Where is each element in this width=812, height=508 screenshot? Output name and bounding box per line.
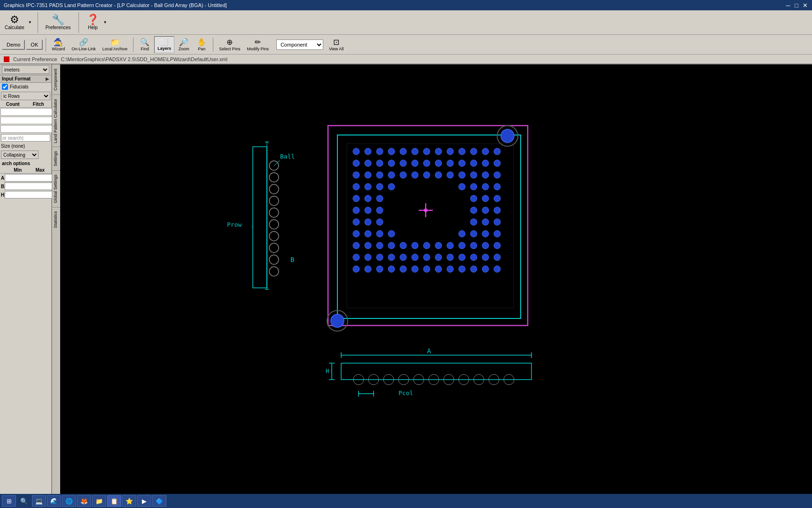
toolbar-row1: ⚙ Calculate ▼ 🔧 Preferences ❓ Help ▼ — [0, 10, 812, 35]
pitch-header: Fitch — [26, 102, 52, 107]
tab-land-pattern[interactable]: Land Pattern Calculator — [52, 95, 60, 147]
calculate-button[interactable]: ⚙ Calculate — [2, 11, 27, 34]
titlebar-controls[interactable]: ─ □ ✕ — [785, 2, 808, 8]
view-all-button[interactable]: ⊡ View All — [326, 36, 346, 53]
svg-point-104 — [459, 242, 465, 249]
minimize-btn[interactable]: ─ — [785, 2, 791, 8]
taskbar-icon-6: 📋 — [110, 498, 118, 505]
collapsing-row: Collapsing Non-Collapsing — [0, 150, 51, 160]
demo-button[interactable]: Demo — [2, 40, 25, 50]
modify-pins-button[interactable]: ✏ Modify Pins — [244, 36, 272, 53]
svg-point-107 — [494, 242, 500, 249]
svg-point-86 — [494, 219, 500, 225]
svg-point-81 — [353, 219, 359, 225]
help-button[interactable]: ❓ Help — [84, 11, 102, 34]
wizard-icon: 🧙 — [54, 38, 63, 47]
taskbar-start-btn[interactable]: ⊞ — [2, 495, 16, 507]
fiducials-checkbox[interactable] — [2, 84, 8, 90]
svg-point-127 — [423, 266, 430, 272]
data-row-2 — [0, 116, 51, 125]
tab-statistics[interactable]: Statistics — [52, 207, 60, 232]
taskbar-btn-3[interactable]: 🌐 — [62, 495, 76, 507]
zoom-button[interactable]: 🔎 Zoom — [175, 36, 192, 53]
preferences-icon: 🔧 — [52, 15, 64, 25]
help-dropdown-arrow[interactable]: ▼ — [102, 11, 108, 34]
select-pins-button[interactable]: ⊕ Select Pins — [216, 36, 243, 53]
svg-point-43 — [482, 160, 489, 167]
svg-point-101 — [423, 242, 430, 249]
tab-global-settings[interactable]: Global Settings — [52, 170, 60, 207]
taskbar-icon-9: 🔷 — [156, 498, 163, 505]
svg-point-95 — [353, 242, 359, 249]
find-button[interactable]: 🔍 Find — [136, 36, 153, 53]
taskbar-search-btn[interactable]: 🔍 — [17, 495, 31, 507]
svg-point-87 — [353, 230, 359, 237]
online-link-icon: 🔗 — [79, 38, 88, 47]
svg-point-90 — [388, 230, 395, 237]
preferences-button[interactable]: 🔧 Preferences — [43, 11, 74, 34]
taskbar-btn-9[interactable]: 🔷 — [152, 495, 166, 507]
taskbar-btn-7[interactable]: ⭐ — [122, 495, 136, 507]
svg-point-69 — [470, 195, 477, 202]
component-dropdown-container: Component Assembly Courtyard — [276, 40, 323, 50]
svg-point-100 — [412, 242, 418, 249]
taskbar-btn-4[interactable]: 🦊 — [77, 495, 91, 507]
ok-button[interactable]: OK — [26, 40, 43, 50]
svg-point-60 — [376, 183, 383, 190]
count-header: Count — [0, 102, 26, 107]
main-layout: imeters Millimeters Inches Input Format … — [0, 64, 812, 494]
min-max-row-b: B — [0, 182, 51, 190]
tab-component[interactable]: Component — [52, 64, 60, 95]
component-dropdown[interactable]: Component Assembly Courtyard — [276, 40, 323, 50]
svg-point-72 — [353, 207, 359, 214]
collapsing-dropdown[interactable]: Collapsing Non-Collapsing — [1, 151, 39, 159]
svg-point-84 — [470, 219, 477, 225]
calculate-dropdown-arrow[interactable]: ▼ — [27, 11, 33, 34]
taskbar-btn-8[interactable]: ▶ — [137, 495, 151, 507]
pathbar-red-indicator — [4, 56, 9, 62]
fiducials-label: Fiducials — [10, 84, 28, 89]
layers-button[interactable]: ⬜ Layers — [154, 36, 174, 53]
svg-point-74 — [376, 207, 383, 214]
search-options-label: arch options — [0, 160, 51, 167]
maximize-btn[interactable]: □ — [793, 2, 800, 8]
input-format-expand[interactable]: ▶ — [46, 76, 49, 81]
svg-point-80 — [494, 207, 500, 214]
wizard-button[interactable]: 🧙 Wizard — [49, 36, 68, 53]
search-input[interactable] — [1, 134, 50, 142]
local-archive-icon: 📁 — [110, 38, 120, 47]
svg-point-115 — [435, 254, 442, 261]
svg-point-58 — [353, 183, 359, 190]
units-dropdown[interactable]: imeters Millimeters Inches — [2, 65, 49, 74]
svg-point-123 — [376, 266, 383, 272]
svg-point-125 — [400, 266, 406, 272]
size-row: Size (none) — [0, 143, 51, 150]
svg-point-64 — [482, 183, 489, 190]
vertical-tabs: Component Land Pattern Calculator Settin… — [52, 64, 60, 494]
max-header: Max — [29, 167, 52, 173]
svg-point-42 — [470, 160, 477, 167]
layers-icon: ⬜ — [160, 39, 168, 46]
svg-point-121 — [353, 266, 359, 272]
svg-point-131 — [470, 266, 477, 272]
taskbar-btn-5[interactable]: 📁 — [92, 495, 106, 507]
sep3 — [46, 38, 46, 52]
svg-point-122 — [365, 266, 371, 272]
taskbar-icon-5: 📁 — [95, 498, 103, 505]
toolbar-row2: Demo OK 🧙 Wizard 🔗 On-Line-Link 📁 Local … — [0, 35, 812, 55]
close-btn[interactable]: ✕ — [802, 2, 808, 8]
taskbar-btn-2[interactable]: 🌊 — [47, 495, 61, 507]
taskbar-btn-1[interactable]: 💻 — [32, 495, 46, 507]
local-archive-button[interactable]: 📁 Local Archive — [100, 36, 131, 53]
ic-rows-dropdown[interactable]: ic Rows — [1, 92, 50, 100]
modify-pins-icon: ✏ — [255, 38, 261, 47]
row-a-label: A — [1, 175, 4, 181]
canvas-area: Ball Prow B — [60, 64, 812, 494]
fiducial-top-right-inner — [501, 129, 514, 143]
pathbar-path: C:\MentorGraphics\PADSXV 2.5\SDD_HOME\LP… — [61, 56, 227, 62]
pan-button[interactable]: ✋ Pan — [193, 36, 210, 53]
titlebar: Graphics IPC-7351 PADS Land Pattern Crea… — [0, 0, 812, 10]
online-link-button[interactable]: 🔗 On-Line-Link — [69, 36, 99, 53]
taskbar-btn-6[interactable]: 📋 — [107, 495, 121, 507]
tab-settings[interactable]: Settings — [52, 147, 60, 170]
